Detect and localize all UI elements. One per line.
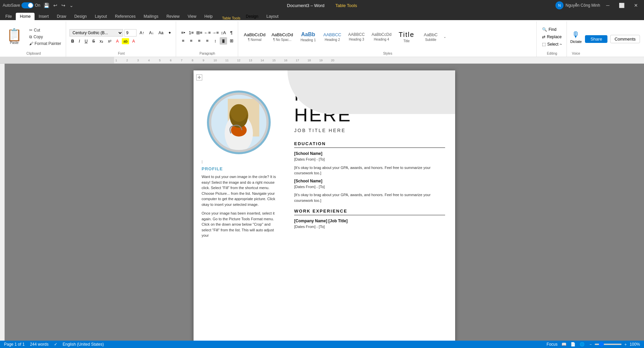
autosave-area[interactable]: AutoSave On <box>3 2 40 8</box>
align-center-button[interactable]: ≡ <box>187 37 195 45</box>
tab-insert[interactable]: Insert <box>35 13 53 20</box>
sort-button[interactable]: ↕A <box>220 29 227 37</box>
zoom-slider[interactable] <box>595 344 622 345</box>
increase-font-button[interactable]: A↑ <box>138 30 146 36</box>
subscript-button[interactable]: x₂ <box>98 38 105 45</box>
zoom-level[interactable]: 100% <box>630 342 640 347</box>
web-layout-icon[interactable]: 🌐 <box>580 342 585 347</box>
print-layout-icon[interactable]: 📄 <box>571 342 576 347</box>
profile-text-1[interactable]: Want to put your own image in the circle… <box>202 174 276 207</box>
autosave-toggle[interactable] <box>21 2 34 8</box>
school2-name[interactable]: [School Name] <box>294 179 445 183</box>
style-no-space[interactable]: AaBbCcDd ¶ No Spac... <box>269 31 295 43</box>
comments-button[interactable]: Comments <box>610 35 640 43</box>
more-qa-button[interactable]: ⌄ <box>68 2 75 9</box>
profile-text-2[interactable]: Once your image has been inserted, selec… <box>202 211 276 238</box>
job-title[interactable]: JOB TITLE HERE <box>294 128 445 133</box>
underline-button[interactable]: U <box>83 38 89 45</box>
redo-button[interactable]: ↪ <box>60 2 67 9</box>
clear-format-button[interactable]: ✦ <box>166 30 173 36</box>
tab-references[interactable]: References <box>111 13 140 20</box>
highlight-button[interactable]: ab <box>122 38 129 44</box>
tab-file[interactable]: File <box>1 13 16 20</box>
copy-button[interactable]: ⧉ Copy <box>27 34 63 40</box>
increase-indent-button[interactable]: →≡ <box>212 29 219 37</box>
dictate-label: Dictate <box>570 40 582 44</box>
borders-button[interactable]: ⊞ <box>228 37 235 45</box>
text-color-button[interactable]: A <box>130 38 137 45</box>
tab-home[interactable]: Home <box>16 13 35 20</box>
language[interactable]: English (United States) <box>63 342 104 347</box>
minimize-button[interactable]: ─ <box>603 1 613 9</box>
cut-button[interactable]: ✂ Cut <box>27 27 63 33</box>
zoom-out-button[interactable]: － <box>589 342 593 347</box>
numbering-button[interactable]: 1≡ <box>187 29 195 37</box>
justify-button[interactable]: ≡ <box>204 37 211 45</box>
read-mode-icon[interactable]: 📖 <box>561 342 567 347</box>
save-button[interactable]: 💾 <box>42 2 51 9</box>
decrease-indent-button[interactable]: ←≡ <box>204 29 211 37</box>
font-color-button[interactable]: A <box>114 38 120 45</box>
paste-button[interactable]: 📋 Paste <box>4 27 24 46</box>
company1-name[interactable]: [Company Name] [Job Title] <box>294 219 445 223</box>
shading-button[interactable]: ▓ <box>220 37 227 45</box>
dictate-button[interactable]: 🎙 Dictate <box>570 30 582 44</box>
tab-draw[interactable]: Draw <box>53 13 70 20</box>
line-spacing-button[interactable]: ↕ <box>212 37 219 45</box>
style-normal-preview: AaBbCcDd <box>244 32 265 37</box>
select-button[interactable]: ⬚ Select ~ <box>540 41 564 47</box>
word-count[interactable]: 244 words <box>30 342 48 347</box>
find-button[interactable]: 🔍 Find <box>540 26 564 33</box>
page-info[interactable]: Page 1 of 1 <box>4 342 24 347</box>
change-case-button[interactable]: Aa <box>157 30 165 36</box>
replace-button[interactable]: ⇄ Replace <box>540 34 564 40</box>
close-button[interactable]: ✕ <box>631 1 641 9</box>
superscript-button[interactable]: x² <box>106 38 113 45</box>
font-size-input[interactable] <box>124 29 137 37</box>
style-normal[interactable]: AaBbCcDd ¶ Normal <box>241 31 268 43</box>
restore-button[interactable]: ⬜ <box>615 1 628 9</box>
bullets-button[interactable]: ≡• <box>179 29 187 37</box>
font-family-select[interactable]: Century Gothic (B... <box>69 29 123 37</box>
undo-button[interactable]: ↩ <box>52 2 59 9</box>
style-heading2[interactable]: AABBCC Heading 2 <box>321 31 344 43</box>
style-heading1[interactable]: AaBb Heading 1 <box>297 30 320 44</box>
style-heading4[interactable]: AaBbCcDd Heading 4 <box>369 31 394 43</box>
tab-design[interactable]: Design <box>70 13 91 20</box>
strikethrough-button[interactable]: S <box>91 38 97 45</box>
bold-button[interactable]: B <box>69 38 76 45</box>
school2-dates[interactable]: [Dates From] - [To] <box>294 184 445 190</box>
zoom-in-button[interactable]: ＋ <box>624 342 628 347</box>
proofing-icon[interactable]: ✓ <box>54 342 57 347</box>
tab-review[interactable]: Review <box>162 13 183 20</box>
tab-view[interactable]: View <box>184 13 201 20</box>
tab-layout-table[interactable]: Layout <box>262 13 282 20</box>
style-nospace-preview: AaBbCcDd <box>271 32 293 37</box>
decrease-font-button[interactable]: A↓ <box>147 30 155 36</box>
tab-mailings[interactable]: Mailings <box>140 13 162 20</box>
style-title[interactable]: Title Title <box>395 29 418 45</box>
align-left-button[interactable]: ≡ <box>179 37 187 45</box>
style-heading3[interactable]: AABBCC Heading 3 <box>345 31 368 43</box>
italic-button[interactable]: I <box>77 38 82 45</box>
share-button[interactable]: Share <box>585 35 607 43</box>
styles-expand-button[interactable]: ⌄ <box>443 35 446 39</box>
tab-layout[interactable]: Layout <box>91 13 111 20</box>
tab-help[interactable]: Help <box>200 13 217 20</box>
format-painter-button[interactable]: 🖌 Format Painter <box>27 41 63 47</box>
school1-dates[interactable]: [Dates From] - [To] <box>294 157 445 162</box>
align-right-button[interactable]: ≡ <box>196 37 203 45</box>
school2-desc[interactable]: [It's okay to brag about your GPA, award… <box>294 192 445 203</box>
style-subtitle[interactable]: AaBbC Subtitle <box>419 31 442 43</box>
company1-dates[interactable]: [Dates From] - [To] <box>294 224 445 230</box>
multilevel-button[interactable]: ⊞≡ <box>196 29 203 37</box>
document-canvas[interactable]: ✛ <box>5 64 644 341</box>
font-row1: Century Gothic (B... A↑ A↓ Aa ✦ <box>69 29 173 37</box>
user-area[interactable]: N Nguyễn Công Minh <box>555 1 600 9</box>
school1-desc[interactable]: [It's okay to brag about your GPA, award… <box>294 165 445 176</box>
table-move-handle[interactable]: ✛ <box>196 74 202 80</box>
focus-button[interactable]: Focus <box>547 342 558 347</box>
tab-design-table[interactable]: Design <box>242 13 262 20</box>
school1-name[interactable]: [School Name] <box>294 151 445 156</box>
show-hide-button[interactable]: ¶ <box>228 29 235 37</box>
